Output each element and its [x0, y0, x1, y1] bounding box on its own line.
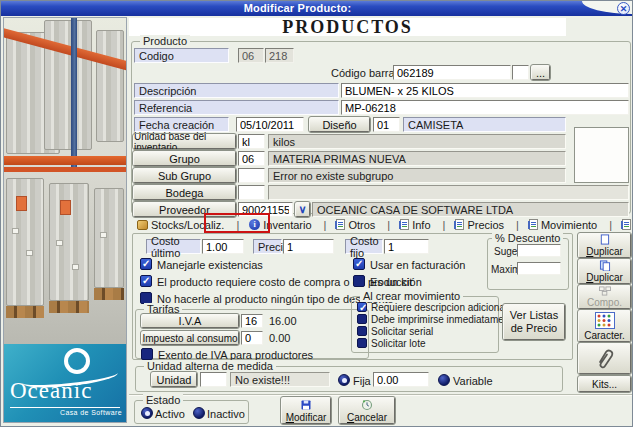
attachments-button[interactable]	[578, 343, 631, 374]
iva-button-label: I.V.A	[179, 315, 202, 327]
descripcion-label: Descripción	[134, 83, 339, 98]
cancelar-label: Cancelar	[347, 412, 387, 423]
inactivo-radio[interactable]	[193, 407, 205, 419]
unidad-field[interactable]	[200, 372, 227, 387]
iva-button[interactable]: I.V.A	[141, 314, 239, 328]
descripcion-adicional-checkbox[interactable]	[357, 302, 367, 312]
tab-label: Otros	[348, 219, 375, 231]
page-icon	[455, 219, 464, 230]
activo-label: Activo	[155, 408, 185, 420]
impuesto-amount: 0.00	[269, 332, 290, 344]
maximo-field[interactable]	[517, 262, 561, 275]
unidad-base-field[interactable]	[238, 134, 265, 149]
grupo-button[interactable]: Grupo	[133, 151, 236, 166]
compo-label: Compo.	[587, 297, 622, 308]
impuesto-button[interactable]: Impuesto al consumo	[141, 331, 239, 345]
solicitar-lote-checkbox[interactable]	[357, 338, 367, 348]
bodega-field[interactable]	[238, 185, 265, 200]
producto-group-label: Producto	[140, 35, 190, 47]
grupo-field[interactable]	[238, 151, 265, 166]
iva-field[interactable]	[241, 314, 263, 328]
pages-copy-icon	[598, 260, 612, 271]
crear-movimiento-group-label: Al crear movimiento	[360, 290, 463, 302]
usar-facturacion-checkbox[interactable]	[353, 258, 365, 270]
window-title: Modificar Producto:	[1, 2, 594, 14]
codigo-field-2	[265, 48, 294, 63]
sugerir-field[interactable]	[517, 244, 561, 257]
unidad-base-button-label: Unidad base del inventario	[134, 131, 235, 153]
precio-field[interactable]	[283, 239, 334, 254]
paperclip-icon	[593, 346, 617, 372]
descripcion-field[interactable]	[341, 83, 629, 98]
manejarle-existencias-checkbox[interactable]	[140, 258, 152, 270]
tab-interfaz[interactable]: Interfaz	[617, 219, 633, 231]
costo-fijo-field[interactable]	[384, 239, 429, 254]
diseno-field[interactable]	[373, 117, 400, 132]
exento-iva-checkbox[interactable]	[141, 348, 153, 360]
orange-rail	[4, 167, 126, 172]
caracter-label: Caracter.	[584, 330, 625, 341]
proveedor-lookup-icon[interactable]: ∨	[295, 202, 310, 217]
codigo-barras-field[interactable]	[393, 65, 511, 80]
subgrupo-field[interactable]	[238, 168, 265, 183]
referencia-field[interactable]	[341, 100, 629, 115]
costo-ultimo-field[interactable]	[202, 239, 244, 254]
caracter-button[interactable]: Caracter.	[578, 310, 631, 342]
costo-ultimo-label: Costo último	[146, 239, 201, 254]
ellipsis-icon: ...	[536, 67, 545, 79]
imprimirse-label: Debe imprimirse inmediatamente	[371, 314, 518, 325]
ver-listas-precio-button[interactable]: Ver Listas de Precio	[503, 304, 565, 340]
codigo-barras-label: Código barras	[331, 67, 400, 79]
page-icon	[529, 219, 538, 230]
pallet-label	[12, 228, 19, 234]
es-un-kit-checkbox[interactable]	[353, 275, 365, 287]
fecha-creacion-field[interactable]	[236, 117, 304, 132]
wood-pallet	[94, 288, 124, 300]
tab-otros[interactable]: Otros	[331, 219, 395, 231]
modificar-button[interactable]: Modificar	[281, 397, 331, 424]
tab-label: Precios	[467, 219, 504, 231]
modificar-label: Modificar	[286, 412, 327, 423]
duplicar-button-1[interactable]: Duplicar	[578, 233, 631, 258]
precio-label: Precio	[253, 239, 282, 254]
tab-movimiento[interactable]: Movimiento	[524, 219, 617, 231]
costo-fijo-label: Costo fijo	[345, 239, 383, 254]
orange-rail	[4, 156, 126, 165]
page-icon	[622, 219, 631, 230]
orange-tag	[60, 200, 71, 215]
kits-button[interactable]: Kits...	[578, 376, 631, 392]
duplicar-button-2[interactable]: Duplicar	[578, 259, 631, 284]
tab-info[interactable]: Info	[395, 219, 450, 231]
unidad-base-desc: kilos	[268, 134, 566, 149]
grupo-desc: MATERIA PRIMAS NUEVA	[268, 151, 566, 166]
es-un-kit-label: Es un kit	[370, 276, 412, 288]
tab-precios[interactable]: Precios	[450, 219, 524, 231]
bodega-button[interactable]: Bodega	[133, 185, 236, 200]
fija-field[interactable]	[373, 372, 429, 387]
codigo-barras-extra-field[interactable]	[512, 65, 529, 80]
codigo-barras-browse-button[interactable]: ...	[531, 65, 550, 80]
variable-radio[interactable]	[438, 374, 450, 386]
imprimirse-checkbox[interactable]	[357, 314, 367, 324]
activo-radio[interactable]	[141, 407, 153, 419]
unidad-base-button[interactable]: Unidad base del inventario	[133, 134, 236, 149]
close-icon[interactable]: ✕	[617, 2, 630, 15]
titlebar: Modificar Producto:	[1, 1, 633, 16]
page-copy-icon	[598, 234, 611, 245]
fija-radio[interactable]	[338, 374, 350, 386]
pallet-label	[56, 240, 63, 246]
pallet-stack	[44, 20, 92, 150]
cancelar-button[interactable]: Cancelar	[339, 397, 395, 424]
subgrupo-button[interactable]: Sub Grupo	[133, 168, 236, 183]
diseno-button[interactable]: Diseño	[309, 117, 370, 132]
codigo-field-1	[238, 48, 264, 63]
tab-label: Movimiento	[541, 219, 597, 231]
unidad-button[interactable]: Unidad	[151, 372, 197, 387]
impuesto-field[interactable]	[241, 331, 263, 345]
solicitar-serial-checkbox[interactable]	[357, 326, 367, 336]
page-icon	[400, 219, 409, 230]
stocks-icon	[137, 220, 148, 230]
requiere-costo-checkbox[interactable]	[140, 275, 152, 287]
clock-icon	[361, 399, 373, 411]
duplicar-label: Duplicar	[586, 272, 623, 283]
